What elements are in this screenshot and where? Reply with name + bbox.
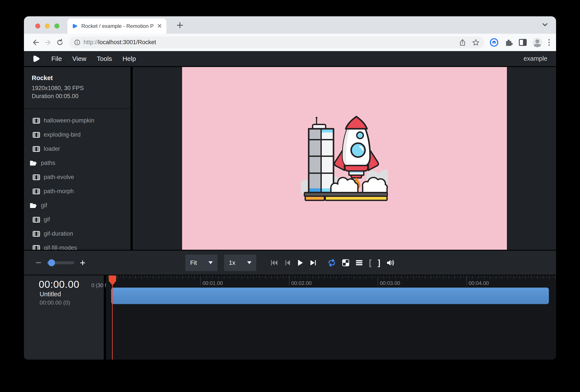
canvas-size-value: Fit	[190, 259, 208, 266]
composition-info: Rocket 1920x1080, 30 FPS Duration 00:05.…	[24, 67, 131, 109]
composition-item-label: gif	[44, 216, 50, 223]
sidebar-composition-item[interactable]: gif-fill-modes	[24, 241, 131, 250]
sidebar-folder-item[interactable]: gif	[24, 198, 131, 213]
tab-strip: Rocket / example - Remotion P ✕	[24, 16, 556, 34]
film-icon	[33, 188, 40, 194]
profile-avatar[interactable]	[533, 38, 542, 47]
extensions-puzzle-icon[interactable]	[504, 38, 513, 47]
open-folder-icon	[29, 203, 37, 209]
composition-canvas[interactable]	[182, 67, 507, 250]
password-manager-icon[interactable]	[489, 38, 499, 47]
second-marker	[200, 275, 201, 285]
playback-speed-value: 1x	[229, 259, 247, 266]
new-tab-button[interactable]	[176, 21, 184, 29]
browser-menu-kebab-icon[interactable]	[548, 38, 550, 47]
environment-label: example	[523, 55, 547, 62]
minimize-window-button[interactable]	[45, 23, 50, 28]
composition-item-label: halloween-pumpkin	[44, 117, 94, 124]
track-time: 00:00.00 (0)	[40, 299, 70, 306]
ruler-ticks	[106, 275, 556, 277]
zoom-slider-thumb[interactable]	[48, 259, 55, 266]
remotion-logo-icon[interactable]	[33, 54, 40, 63]
composition-item-label: gif-fill-modes	[44, 245, 77, 250]
open-folder-icon	[29, 160, 37, 166]
browser-tab[interactable]: Rocket / example - Remotion P ✕	[67, 18, 166, 34]
preview-area	[133, 67, 556, 250]
composition-item-label: gif-duration	[44, 230, 73, 237]
sidebar-composition-item[interactable]: gif-duration	[24, 227, 131, 241]
canvas-size-dropdown[interactable]: Fit	[185, 255, 218, 271]
ruler-label: 00:02.00	[291, 280, 311, 286]
composition-duration: Duration 00:05.00	[32, 92, 131, 100]
menu-file[interactable]: File	[51, 55, 62, 62]
traffic-lights	[35, 23, 59, 28]
forward-button[interactable]	[42, 36, 54, 48]
menu-view[interactable]: View	[72, 55, 86, 62]
back-button[interactable]	[30, 36, 42, 48]
playback-speed-dropdown[interactable]: 1x	[224, 255, 256, 271]
remotion-menu-bar: File View Tools Help example	[24, 51, 556, 67]
sidebar-composition-item[interactable]: gif	[24, 213, 131, 227]
chevron-down-icon	[247, 261, 252, 264]
playhead-line	[112, 275, 113, 360]
timeline-track[interactable]	[111, 288, 549, 304]
address-bar[interactable]: http://localhost:3001/Rocket	[69, 36, 484, 48]
sidebar-composition-item[interactable]: exploding-bird	[24, 128, 131, 142]
site-info-icon[interactable]	[74, 39, 81, 46]
composition-item-label: path-morph	[44, 188, 74, 195]
bookmark-star-icon[interactable]	[472, 39, 479, 46]
sidebar-composition-item[interactable]: path-evolve	[24, 170, 131, 184]
zoom-window-button[interactable]	[54, 23, 59, 28]
film-icon	[33, 132, 40, 138]
skip-to-end-button[interactable]	[310, 260, 316, 266]
sidebar-composition-item[interactable]: path-morph	[24, 184, 131, 198]
tab-close-icon[interactable]: ✕	[157, 23, 162, 29]
sidepanel-toggle-icon[interactable]	[519, 39, 527, 46]
folder-item-label: paths	[41, 160, 55, 166]
film-icon	[33, 217, 40, 223]
composition-item-label: exploding-bird	[44, 131, 81, 138]
share-icon[interactable]	[459, 39, 466, 46]
timeline-zoom-slider[interactable]	[47, 261, 74, 264]
composition-name: Rocket	[32, 74, 131, 82]
previous-frame-button[interactable]	[285, 260, 291, 266]
set-in-point-icon[interactable]: [	[369, 259, 372, 267]
composition-resolution: 1920x1080, 30 FPS	[32, 84, 131, 92]
skip-to-start-button[interactable]	[271, 260, 278, 266]
rocket-illustration	[301, 115, 388, 202]
volume-icon[interactable]	[386, 259, 395, 266]
tab-search-chevron-icon[interactable]	[542, 22, 548, 27]
rich-timeline-toggle-icon[interactable]	[355, 260, 363, 265]
sidebar-composition-item[interactable]: loader	[24, 142, 131, 156]
play-button[interactable]	[297, 259, 303, 266]
timeline-tracks-area[interactable]: 00:01.00 00:02.00 00:03.00 00:04.00	[106, 275, 556, 360]
film-icon	[33, 146, 40, 152]
ruler-label: 00:01.00	[203, 280, 223, 286]
browser-toolbar: http://localhost:3001/Rocket	[24, 34, 556, 51]
close-window-button[interactable]	[35, 23, 40, 28]
sidebar-composition-item[interactable]: halloween-pumpkin	[24, 114, 131, 128]
film-icon	[33, 174, 40, 180]
film-icon	[33, 118, 40, 124]
current-time-display: 00:00.00	[39, 278, 79, 290]
film-icon	[33, 245, 40, 250]
timeline-zoom-out-icon[interactable]	[36, 262, 41, 263]
reload-button[interactable]	[54, 36, 66, 48]
compositions-sidebar: Rocket 1920x1080, 30 FPS Duration 00:05.…	[24, 67, 131, 250]
sidebar-folder-item[interactable]: paths	[24, 156, 131, 170]
set-out-point-icon[interactable]: ]	[378, 259, 380, 267]
menu-tools[interactable]: Tools	[97, 55, 112, 62]
loop-toggle-icon[interactable]	[328, 259, 336, 267]
track-name: Untitled	[40, 291, 61, 298]
url-path: localhost:3001/Rocket	[98, 39, 156, 45]
film-icon	[33, 231, 40, 237]
menu-help[interactable]: Help	[123, 55, 136, 62]
transparency-checkerboard-icon[interactable]	[342, 259, 349, 266]
folder-item-label: gif	[41, 202, 47, 209]
timeline-zoom-in-icon[interactable]: +	[80, 258, 86, 267]
tab-title: Rocket / example - Remotion P	[81, 23, 153, 29]
ruler-label: 00:03.00	[380, 280, 400, 286]
timeline-info-panel: 00:00.00 0 (30 fps) Untitled 00:00.00 (0…	[24, 275, 104, 360]
timeline: 00:00.00 0 (30 fps) Untitled 00:00.00 (0…	[24, 275, 556, 360]
browser-window: Rocket / example - Remotion P ✕ http://l…	[24, 16, 556, 360]
